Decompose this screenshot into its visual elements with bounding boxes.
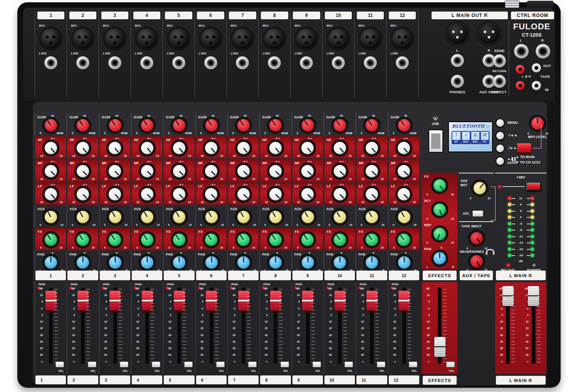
hf-knob[interactable] <box>205 142 217 154</box>
fader-track[interactable] <box>506 288 510 364</box>
pfl-button[interactable] <box>216 362 225 367</box>
line-jack-connector[interactable] <box>332 56 345 69</box>
fader-track[interactable] <box>81 288 85 364</box>
line-jack-connector[interactable] <box>44 56 57 69</box>
mf-knob[interactable] <box>173 165 185 177</box>
pan-knob[interactable] <box>141 256 153 269</box>
pan-knob[interactable] <box>173 256 185 269</box>
hf-knob[interactable] <box>301 142 314 154</box>
ctrl-room-l-jack[interactable] <box>514 44 529 59</box>
aux-knob[interactable] <box>141 211 153 223</box>
mf-knob[interactable] <box>141 165 153 177</box>
pfl-button[interactable] <box>313 362 321 367</box>
fader-track[interactable] <box>113 288 117 364</box>
hf-knob[interactable] <box>109 142 121 154</box>
headphones-knob[interactable] <box>470 255 483 268</box>
pan-knob[interactable] <box>398 256 410 269</box>
pfl-button[interactable] <box>344 362 353 367</box>
ctrl-room-r-jack[interactable] <box>536 44 550 59</box>
main-out-xlr-left[interactable] <box>447 23 468 44</box>
tape-out-rca-left[interactable] <box>516 65 525 74</box>
pfl-button[interactable] <box>248 362 257 367</box>
down-next-button[interactable] <box>496 144 505 153</box>
gain-knob[interactable] <box>334 119 346 131</box>
fader-track[interactable] <box>210 288 213 364</box>
lf-knob[interactable] <box>45 188 57 200</box>
hf-knob[interactable] <box>237 142 250 154</box>
hf-knob[interactable] <box>366 142 378 154</box>
pfl-button[interactable] <box>409 362 417 367</box>
lf-knob[interactable] <box>141 188 153 200</box>
fader-track[interactable] <box>49 288 53 364</box>
hf-knob[interactable] <box>269 142 282 154</box>
fader-track[interactable] <box>306 288 309 364</box>
fx-knob[interactable] <box>173 234 185 246</box>
mf-knob[interactable] <box>398 165 410 177</box>
mf-knob[interactable] <box>334 165 346 177</box>
hf-knob[interactable] <box>173 142 185 154</box>
pfl-button[interactable] <box>152 362 160 367</box>
aux-knob[interactable] <box>77 211 89 223</box>
mic-xlr-connector[interactable] <box>328 29 348 49</box>
tape-input-knob[interactable] <box>470 232 483 244</box>
pfl-button[interactable] <box>120 362 128 367</box>
line-jack-connector[interactable] <box>300 56 313 69</box>
fader-track[interactable] <box>146 288 149 364</box>
hf-knob[interactable] <box>334 142 346 154</box>
gain-knob[interactable] <box>366 119 378 131</box>
mf-knob[interactable] <box>301 165 314 177</box>
pfl-button[interactable] <box>446 362 455 367</box>
aux-knob[interactable] <box>237 211 250 223</box>
fx-knob[interactable] <box>398 234 410 246</box>
to-main-toggle-button[interactable] <box>517 143 531 153</box>
lf-knob[interactable] <box>205 188 217 200</box>
mic-xlr-connector[interactable] <box>360 29 380 49</box>
tape-in-rca-left[interactable] <box>516 81 525 90</box>
play-pause-button[interactable] <box>496 156 505 166</box>
gain-knob[interactable] <box>398 119 410 131</box>
aux-knob[interactable] <box>45 211 57 223</box>
dly-knob[interactable] <box>434 204 446 216</box>
hf-knob[interactable] <box>45 142 57 154</box>
usb-port[interactable] <box>428 130 443 153</box>
pan-knob[interactable] <box>366 256 378 269</box>
mic-xlr-connector[interactable] <box>105 29 125 49</box>
fx-knob[interactable] <box>141 234 153 246</box>
gain-knob[interactable] <box>77 119 89 131</box>
aux-knob[interactable] <box>173 211 185 223</box>
line-jack-connector[interactable] <box>140 56 153 69</box>
hf-knob[interactable] <box>77 142 89 154</box>
aux-mst-knob[interactable] <box>474 182 486 194</box>
mf-knob[interactable] <box>109 165 121 177</box>
lf-knob[interactable] <box>269 188 282 200</box>
mf-knob[interactable] <box>205 165 217 177</box>
lf-knob[interactable] <box>398 188 410 200</box>
line-jack-connector[interactable] <box>172 56 185 69</box>
gain-knob[interactable] <box>45 119 57 131</box>
lf-knob[interactable] <box>77 188 89 200</box>
gain-knob[interactable] <box>237 119 250 131</box>
aux-knob[interactable] <box>398 211 410 223</box>
afl-button[interactable] <box>472 210 483 217</box>
aux-knob[interactable] <box>334 211 346 223</box>
pan-knob[interactable] <box>269 256 282 269</box>
gain-knob[interactable] <box>302 119 314 131</box>
aux-knob[interactable] <box>109 211 121 223</box>
lf-knob[interactable] <box>173 188 185 200</box>
fx-knob[interactable] <box>45 234 57 246</box>
line-jack-connector[interactable] <box>396 56 409 69</box>
mic-xlr-connector[interactable] <box>201 29 221 49</box>
pan-knob[interactable] <box>205 256 218 269</box>
mic-xlr-connector[interactable] <box>392 29 412 49</box>
line-jack-connector[interactable] <box>204 56 217 69</box>
tape-in-rca-right[interactable] <box>532 81 541 90</box>
pfl-button[interactable] <box>281 362 289 367</box>
pfl-button[interactable] <box>55 362 64 367</box>
main-out-l-jack[interactable] <box>451 54 464 67</box>
mf-knob[interactable] <box>366 165 378 177</box>
pan-knob[interactable] <box>109 256 121 269</box>
fader-track[interactable] <box>274 288 277 364</box>
effect-return-jack[interactable] <box>493 75 506 88</box>
gain-knob[interactable] <box>109 119 121 131</box>
aux-knob[interactable] <box>302 211 314 223</box>
